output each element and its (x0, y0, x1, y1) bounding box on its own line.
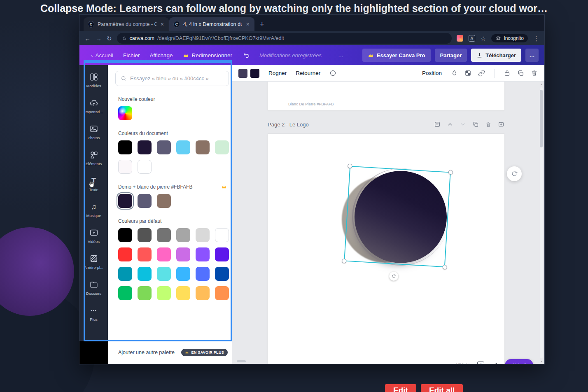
color-swatch[interactable] (157, 247, 171, 261)
pro-badge[interactable]: EN SAVOIR PLUS (181, 349, 228, 356)
sidebar-item-musique[interactable]: ♫ Musique (79, 197, 108, 223)
translate-icon[interactable]: A (469, 35, 475, 42)
color-swatch[interactable] (118, 228, 132, 242)
back-button[interactable]: ← (84, 35, 91, 42)
color-swatch[interactable] (118, 140, 132, 154)
header-kebab-button[interactable]: … (525, 49, 539, 62)
scroll-down-icon[interactable]: ▼ (540, 360, 543, 363)
help-button[interactable]: Aide ? (505, 359, 533, 364)
forward-button[interactable]: → (96, 35, 102, 42)
horizontal-scrollbar[interactable] (237, 360, 246, 362)
page-indicator[interactable]: 2 (477, 362, 484, 364)
new-tab-button[interactable]: + (260, 20, 264, 29)
canvas-scroll-area[interactable]: Blanc De Pierre #FBFAFB Page 2 - Le Logo (232, 82, 544, 364)
try-pro-button[interactable]: Essayer Canva Pro (362, 49, 431, 62)
lock-icon[interactable] (504, 70, 511, 77)
move-down-icon[interactable] (460, 121, 466, 128)
bookmark-star-icon[interactable]: ☆ (481, 35, 486, 42)
sidebar-item-modeles[interactable]: Modèles (79, 67, 108, 93)
color-swatch[interactable] (196, 247, 210, 261)
color-swatch[interactable] (196, 267, 210, 281)
transparency-icon[interactable] (451, 70, 458, 77)
color-swatch[interactable] (138, 140, 152, 154)
download-button[interactable]: Télécharger (471, 49, 521, 62)
sidebar-item-elements[interactable]: Éléments (79, 145, 108, 171)
color-swatch[interactable] (157, 228, 171, 242)
color-swatch[interactable] (138, 247, 152, 261)
color-swatch[interactable] (176, 228, 190, 242)
undo-button[interactable] (243, 51, 250, 59)
color-picker-button[interactable] (118, 106, 132, 120)
close-tab-icon[interactable]: × (245, 21, 250, 28)
flip-button[interactable]: Retourner (296, 70, 320, 76)
color-swatch[interactable] (157, 140, 171, 154)
color-swatch[interactable] (138, 194, 152, 208)
color-swatch[interactable] (215, 228, 229, 242)
scrollbar-thumb[interactable] (540, 90, 543, 147)
duplicate-icon[interactable] (517, 70, 524, 77)
color-swatch[interactable] (138, 267, 152, 281)
palette-footer[interactable]: Ajouter une autre palette EN SAVOIR PLUS (108, 341, 232, 364)
color-swatch[interactable] (118, 247, 132, 261)
color-swatch[interactable] (118, 160, 132, 174)
color-swatch[interactable] (196, 140, 210, 154)
color-swatch[interactable] (157, 286, 171, 300)
color-swatch[interactable] (196, 286, 210, 300)
browser-tab-settings[interactable]: C Paramètres du compte - Ca × (84, 17, 169, 31)
sidebar-item-arriere-plan[interactable]: Arrière-pl... (79, 249, 108, 275)
fullscreen-icon[interactable] (491, 362, 498, 364)
vertical-scrollbar[interactable] (540, 87, 543, 358)
color-swatch[interactable] (238, 69, 247, 78)
info-icon[interactable] (329, 70, 336, 77)
resize-button[interactable]: Redimensionner (183, 52, 232, 58)
color-swatch[interactable] (157, 267, 171, 281)
color-swatch[interactable] (118, 286, 132, 300)
address-bar[interactable]: canva.com/design/DAEPqN91DwY/CbofEjfrxeC… (117, 33, 452, 44)
floating-refresh-button[interactable] (507, 166, 522, 181)
color-search-input[interactable] (130, 75, 224, 82)
zoom-level[interactable]: 173 % (455, 362, 470, 364)
color-swatch[interactable] (215, 247, 229, 261)
extension-icon[interactable] (457, 35, 463, 42)
selected-colors[interactable] (238, 69, 259, 78)
checkerboard-icon[interactable] (464, 70, 471, 77)
position-button[interactable]: Position (422, 70, 442, 76)
color-swatch[interactable] (138, 160, 152, 174)
delete-page-icon[interactable] (485, 121, 492, 128)
sidebar-item-videos[interactable]: Vidéos (79, 223, 108, 249)
sidebar-item-plus[interactable]: ••• Plus (79, 301, 108, 327)
scroll-up-icon[interactable]: ▲ (540, 83, 543, 86)
duplicate-page-icon[interactable] (472, 121, 479, 128)
add-page-icon[interactable] (498, 121, 504, 128)
color-swatch[interactable] (250, 69, 259, 78)
color-swatch[interactable] (196, 228, 210, 242)
browser-menu-icon[interactable]: ⋮ (533, 35, 539, 42)
page-1[interactable]: Blanc De Pierre #FBFAFB (268, 82, 504, 110)
color-swatch[interactable] (138, 228, 152, 242)
edit-button[interactable]: Edit (385, 384, 416, 392)
view-menu[interactable]: Affichage (150, 52, 173, 58)
selection-box[interactable] (344, 166, 451, 268)
color-swatch[interactable] (118, 194, 132, 208)
color-swatch[interactable] (176, 140, 190, 154)
color-swatch[interactable] (215, 140, 229, 154)
resize-handle-top-left[interactable] (348, 163, 352, 168)
color-swatch[interactable] (215, 286, 229, 300)
link-icon[interactable] (478, 70, 485, 77)
color-search[interactable] (115, 71, 229, 86)
delete-icon[interactable] (531, 70, 538, 77)
color-swatch[interactable] (118, 267, 132, 281)
page-2-title[interactable]: Page 2 - Le Logo (268, 121, 309, 128)
close-tab-icon[interactable]: × (160, 21, 165, 28)
browser-tab-design[interactable]: C 4, 4 in x Demonstration du × (169, 17, 254, 31)
color-swatch[interactable] (176, 267, 190, 281)
crop-button[interactable]: Rogner (268, 70, 287, 76)
sidebar-item-photos[interactable]: Photos (79, 119, 108, 145)
share-button[interactable]: Partager (435, 49, 467, 62)
color-swatch[interactable] (176, 247, 190, 261)
header-more-icon[interactable]: … (338, 52, 344, 58)
move-up-icon[interactable] (447, 121, 453, 128)
reload-button[interactable]: ↻ (107, 35, 112, 42)
sidebar-item-importations[interactable]: Importati... (79, 93, 108, 119)
color-swatch[interactable] (176, 286, 190, 300)
